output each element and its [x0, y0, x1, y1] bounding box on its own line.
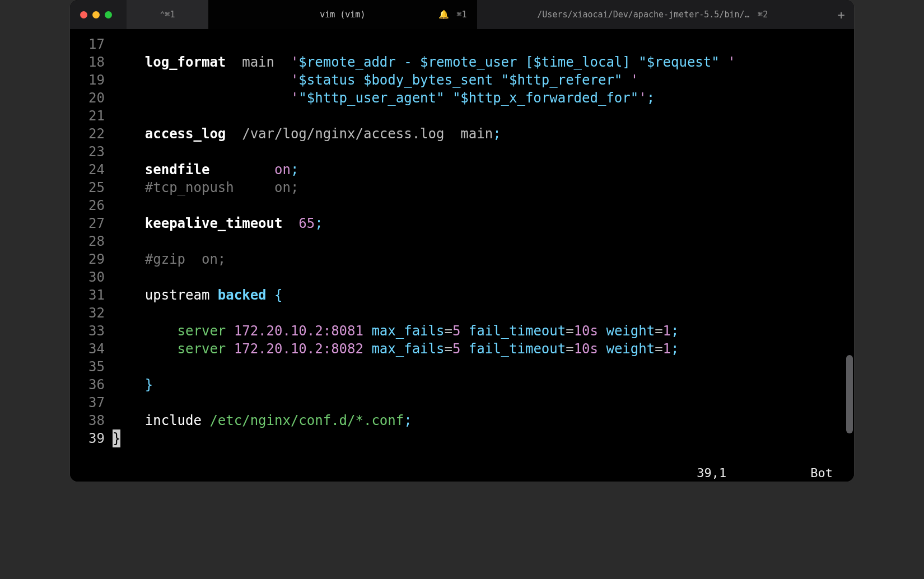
editor-line[interactable]: 31 upstream backed { [70, 286, 854, 304]
bell-icon: 🔔 [438, 10, 449, 20]
tab-inactive-shortcut: ⌘2 [758, 10, 768, 20]
line-code[interactable]: log_format main '$remote_addr - $remote_… [113, 53, 854, 71]
editor-line[interactable]: 27 keepalive_timeout 65; [70, 214, 854, 232]
line-number: 22 [70, 125, 113, 143]
terminal-window: ⌃⌘1 vim (vim) 🔔 ⌘1 /Users/xiaocai/Dev/ap… [70, 0, 854, 482]
editor-line[interactable]: 28 [70, 232, 854, 250]
editor-line[interactable]: 22 access_log /var/log/nginx/access.log … [70, 125, 854, 143]
editor-line[interactable]: 29 #gzip on; [70, 250, 854, 268]
tab-inactive[interactable]: /Users/xiaocai/Dev/apache-jmeter-5.5/bin… [477, 0, 828, 29]
line-code[interactable]: sendfile on; [113, 161, 854, 179]
line-code[interactable] [113, 232, 854, 250]
editor-line[interactable]: 25 #tcp_nopush on; [70, 179, 854, 197]
scrollbar-thumb[interactable] [846, 355, 853, 433]
tab-bar: ⌃⌘1 vim (vim) 🔔 ⌘1 /Users/xiaocai/Dev/ap… [127, 0, 854, 29]
editor-line[interactable]: 37 [70, 394, 854, 412]
line-number: 18 [70, 53, 113, 71]
line-code[interactable]: keepalive_timeout 65; [113, 214, 854, 232]
line-number: 39 [70, 429, 113, 447]
editor-content[interactable]: 1718 log_format main '$remote_addr - $re… [70, 30, 854, 464]
line-code[interactable] [113, 268, 854, 286]
line-number: 29 [70, 250, 113, 268]
editor-line[interactable]: 18 log_format main '$remote_addr - $remo… [70, 53, 854, 71]
line-number: 36 [70, 376, 113, 394]
editor-line[interactable]: 34 server 172.20.10.2:8082 max_fails=5 f… [70, 340, 854, 358]
tab-active[interactable]: vim (vim) 🔔 ⌘1 [208, 0, 477, 29]
line-number: 24 [70, 161, 113, 179]
line-code[interactable] [113, 197, 854, 214]
editor-line[interactable]: 35 [70, 358, 854, 376]
editor-line[interactable]: 20 '"$http_user_agent" "$http_x_forwarde… [70, 89, 854, 107]
line-number: 19 [70, 71, 113, 89]
line-code[interactable]: } [113, 376, 854, 394]
tab-inactive-title: /Users/xiaocai/Dev/apache-jmeter-5.5/bin… [537, 10, 750, 20]
tab-active-title: vim (vim) [320, 10, 365, 20]
editor-line[interactable]: 36 } [70, 376, 854, 394]
tab-shortcut-left[interactable]: ⌃⌘1 [127, 0, 208, 29]
cursor-position: 39,1 [697, 466, 726, 480]
line-number: 17 [70, 35, 113, 53]
tab-active-shortcut: ⌘1 [457, 10, 467, 20]
editor-line[interactable]: 19 '$status $body_bytes_sent "$http_refe… [70, 71, 854, 89]
line-code[interactable]: access_log /var/log/nginx/access.log mai… [113, 125, 854, 143]
line-code[interactable] [113, 107, 854, 125]
line-number: 25 [70, 179, 113, 197]
new-tab-button[interactable]: + [828, 0, 854, 29]
line-number: 38 [70, 412, 113, 429]
line-code[interactable] [113, 358, 854, 376]
window-controls [70, 0, 127, 29]
editor-line[interactable]: 24 sendfile on; [70, 161, 854, 179]
editor-area[interactable]: 1718 log_format main '$remote_addr - $re… [70, 30, 854, 464]
editor-line[interactable]: 21 [70, 107, 854, 125]
line-code[interactable]: '$status $body_bytes_sent "$http_referer… [113, 71, 854, 89]
line-number: 28 [70, 232, 113, 250]
line-number: 31 [70, 286, 113, 304]
line-number: 33 [70, 322, 113, 340]
line-code[interactable]: '"$http_user_agent" "$http_x_forwarded_f… [113, 89, 854, 107]
editor-line[interactable]: 32 [70, 304, 854, 322]
line-code[interactable]: upstream backed { [113, 286, 854, 304]
line-code[interactable] [113, 304, 854, 322]
line-number: 30 [70, 268, 113, 286]
line-code[interactable]: #tcp_nopush on; [113, 179, 854, 197]
line-number: 21 [70, 107, 113, 125]
scroll-location: Bot [810, 466, 833, 480]
line-number: 35 [70, 358, 113, 376]
line-number: 23 [70, 143, 113, 161]
statusbar: 39,1 Bot [70, 464, 854, 482]
line-number: 37 [70, 394, 113, 412]
titlebar: ⌃⌘1 vim (vim) 🔔 ⌘1 /Users/xiaocai/Dev/ap… [70, 0, 854, 30]
editor-line[interactable]: 26 [70, 197, 854, 214]
minimize-window-button[interactable] [92, 11, 100, 18]
scrollbar-track[interactable] [845, 30, 853, 464]
line-code[interactable]: server 172.20.10.2:8081 max_fails=5 fail… [113, 322, 854, 340]
editor-line[interactable]: 33 server 172.20.10.2:8081 max_fails=5 f… [70, 322, 854, 340]
line-number: 34 [70, 340, 113, 358]
tab-shortcut-label: ⌃⌘1 [160, 10, 175, 20]
line-code[interactable]: #gzip on; [113, 250, 854, 268]
editor-line[interactable]: 39} [70, 429, 854, 447]
line-number: 26 [70, 197, 113, 214]
editor-line[interactable]: 30 [70, 268, 854, 286]
editor-line[interactable]: 23 [70, 143, 854, 161]
line-code[interactable]: include /etc/nginx/conf.d/*.conf; [113, 412, 854, 429]
line-number: 27 [70, 214, 113, 232]
maximize-window-button[interactable] [105, 11, 112, 18]
line-code[interactable]: server 172.20.10.2:8082 max_fails=5 fail… [113, 340, 854, 358]
close-window-button[interactable] [80, 11, 87, 18]
line-code[interactable] [113, 394, 854, 412]
line-number: 32 [70, 304, 113, 322]
line-code[interactable]: } [113, 429, 854, 447]
line-code[interactable] [113, 143, 854, 161]
editor-line[interactable]: 17 [70, 35, 854, 53]
line-number: 20 [70, 89, 113, 107]
editor-line[interactable]: 38 include /etc/nginx/conf.d/*.conf; [70, 412, 854, 429]
line-code[interactable] [113, 35, 854, 53]
